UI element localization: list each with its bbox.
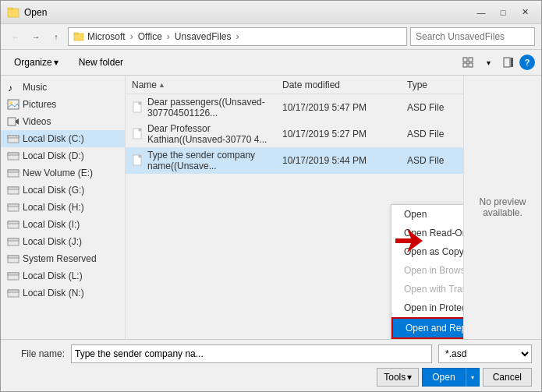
sidebar-item-local-l[interactable]: Local Disk (L:)	[1, 267, 125, 284]
music-icon: ♪	[7, 81, 19, 94]
open-button[interactable]: Open	[422, 368, 465, 387]
sidebar-item-local-d[interactable]: Local Disk (D:)	[1, 147, 125, 164]
sidebar-item-local-i[interactable]: Local Disk (I:)	[1, 216, 125, 233]
videos-icon	[7, 115, 19, 128]
filename-label: File name:	[10, 348, 65, 359]
organize-button[interactable]: Organize ▾	[7, 53, 66, 72]
window-controls: — □ ✕	[471, 5, 535, 20]
up-button[interactable]: ↑	[48, 28, 65, 45]
svg-rect-11	[511, 58, 513, 67]
file-icon	[132, 101, 144, 114]
search-input[interactable]	[416, 31, 533, 42]
header-name[interactable]: Name ▲	[126, 78, 276, 92]
svg-rect-8	[463, 63, 467, 67]
menu-item-open-and-repair[interactable]: Open and Repair	[391, 317, 463, 339]
sidebar-item-pictures[interactable]: Pictures	[1, 96, 125, 113]
forward-button[interactable]: →	[27, 28, 44, 45]
action-row: Tools ▾ Open ▾ Cancel	[10, 368, 532, 387]
drive-icon-d	[7, 150, 19, 162]
breadcrumb-unsavedfiles: UnsavedFiles	[175, 31, 232, 42]
filename-input[interactable]	[71, 344, 432, 363]
folder-icon	[73, 32, 84, 41]
svg-rect-2	[74, 34, 83, 41]
svg-rect-43	[139, 155, 141, 157]
filename-row: File name: *.asd	[10, 344, 532, 363]
drive-icon-h	[7, 201, 19, 214]
table-row[interactable]: Type the sender company name((Unsave... …	[126, 147, 463, 174]
pictures-icon	[7, 98, 19, 111]
menu-item-open-with-transform: Open with Transform	[391, 280, 463, 298]
close-button[interactable]: ✕	[515, 5, 535, 20]
dialog-title: Open	[24, 7, 471, 18]
drive-icon-i	[7, 218, 19, 231]
header-type[interactable]: Type	[401, 78, 463, 92]
svg-rect-6	[463, 58, 467, 62]
svg-rect-9	[469, 63, 473, 67]
sidebar-item-new-volume-e[interactable]: New Volume (E:)	[1, 164, 125, 182]
view-arrow-button[interactable]: ▾	[479, 53, 498, 72]
tools-button[interactable]: Tools ▾	[377, 368, 419, 387]
view-toggle-button[interactable]	[459, 53, 477, 72]
back-button[interactable]: ←	[7, 28, 24, 45]
svg-rect-3	[74, 33, 78, 34]
address-bar[interactable]: Microsoft › Office › UnsavedFiles ›	[68, 27, 407, 46]
svg-marker-44	[395, 229, 423, 253]
file-list-header: Name ▲ Date modified Type	[126, 76, 463, 94]
svg-text:♪: ♪	[8, 83, 12, 94]
secondary-toolbar: Organize ▾ New folder ▾ ?	[1, 50, 541, 76]
sidebar-item-system-reserved[interactable]: System Reserved	[1, 250, 125, 267]
svg-point-14	[9, 101, 12, 104]
svg-rect-18	[8, 136, 19, 138]
cancel-button[interactable]: Cancel	[483, 368, 532, 387]
svg-rect-21	[8, 153, 19, 155]
drive-icon-c	[7, 132, 19, 145]
drive-icon-g	[7, 184, 19, 196]
new-folder-button[interactable]: New folder	[72, 53, 130, 72]
drive-icon-e	[7, 167, 19, 179]
svg-rect-35	[8, 273, 19, 275]
help-button[interactable]: ?	[519, 55, 535, 70]
sidebar: ♪ Music Pictures Videos	[1, 76, 126, 339]
sidebar-item-local-j[interactable]: Local Disk (J:)	[1, 233, 125, 250]
file-icon	[132, 128, 144, 140]
drive-icon-n	[7, 287, 19, 299]
drive-icon-j	[7, 235, 19, 248]
sidebar-item-videos[interactable]: Videos	[1, 113, 125, 130]
svg-rect-7	[469, 58, 473, 62]
maximize-button[interactable]: □	[493, 5, 513, 20]
svg-rect-41	[139, 129, 141, 131]
preview-pane-button[interactable]	[499, 53, 518, 72]
menu-item-open-protected[interactable]: Open in Protected View	[391, 298, 463, 317]
svg-rect-29	[8, 221, 19, 224]
svg-rect-25	[8, 187, 19, 189]
minimize-button[interactable]: —	[471, 5, 491, 20]
arrow-indicator	[391, 229, 423, 255]
sidebar-item-local-n[interactable]: Local Disk (N:)	[1, 284, 125, 302]
sidebar-item-local-g[interactable]: Local Disk (G:)	[1, 182, 125, 199]
search-box[interactable]	[410, 27, 535, 46]
svg-rect-10	[504, 58, 510, 67]
open-button-group: Open ▾	[422, 368, 479, 387]
menu-item-open-in-browser: Open in Browser	[391, 261, 463, 280]
title-bar: Open — □ ✕	[1, 1, 541, 24]
preview-panel: No preview available.	[463, 76, 541, 339]
svg-rect-15	[8, 118, 16, 125]
open-dialog: Open — □ ✕ ← → ↑ Microsoft › Office › Un…	[0, 0, 542, 392]
filetype-select[interactable]: *.asd	[438, 344, 532, 363]
sidebar-item-music[interactable]: ♪ Music	[1, 79, 125, 96]
svg-rect-39	[139, 102, 141, 104]
menu-item-open[interactable]: Open	[391, 205, 463, 224]
table-row[interactable]: Dear passengers((Unsaved-307704501126...…	[126, 94, 463, 121]
svg-point-19	[16, 136, 17, 138]
sidebar-item-local-c[interactable]: Local Disk (C:)	[1, 130, 125, 147]
file-area: Name ▲ Date modified Type	[126, 76, 463, 339]
header-date[interactable]: Date modified	[276, 78, 401, 92]
preview-icon	[503, 57, 514, 68]
sidebar-item-local-h[interactable]: Local Disk (H:)	[1, 199, 125, 216]
table-row[interactable]: Dear Professor Kathian((Unsaved-30770 4.…	[126, 121, 463, 147]
main-content: ♪ Music Pictures Videos	[1, 76, 541, 339]
open-dropdown-button[interactable]: ▾	[466, 368, 480, 387]
drive-icon-l	[7, 270, 19, 282]
dialog-icon	[7, 6, 19, 19]
svg-rect-27	[8, 204, 19, 207]
